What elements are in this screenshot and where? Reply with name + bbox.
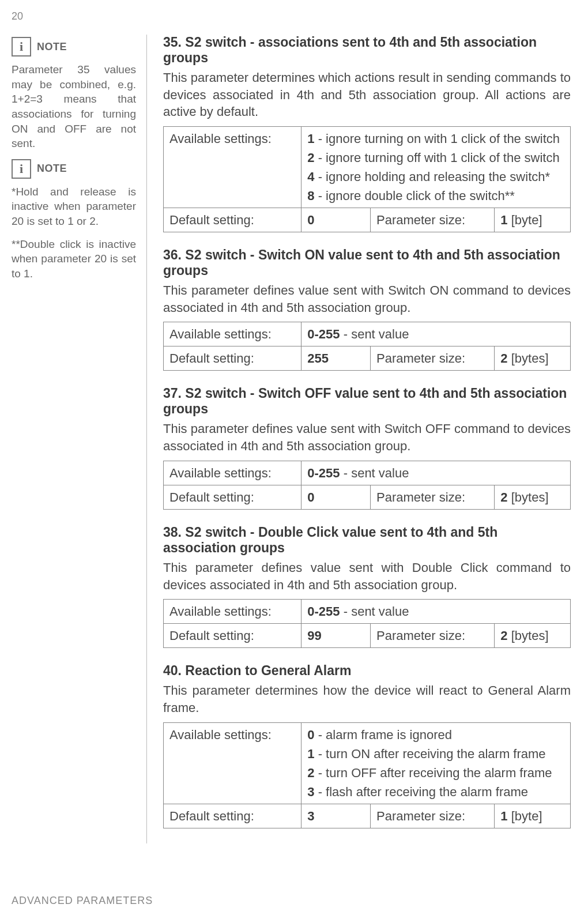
default-label: Default setting: [164,208,301,232]
section-40-desc: This parameter determines how the device… [163,682,571,716]
opt-bold: 8 [307,189,314,203]
avail-label: Available settings: [164,461,301,485]
avail-label: Available settings: [164,322,301,346]
table-row: Available settings: 0-255 - sent value [164,600,571,624]
main-column: 35. S2 switch - associations sent to 4th… [147,35,571,843]
table-row: Available settings: 0-255 - sent value [164,322,571,346]
avail-values: 0-255 - sent value [301,322,571,346]
psize-value: 2 [bytes] [495,346,571,371]
default-value: 3 [301,804,371,828]
note-label: NOTE [37,41,67,53]
default-value: 0 [301,485,371,509]
table-row: Available settings: 0 - alarm frame is i… [164,722,571,804]
section-38-desc: This parameter defines value sent with D… [163,559,571,593]
table-row: Default setting: 99 Parameter size: 2 [b… [164,624,571,648]
psize-label: Parameter size: [370,804,494,828]
note-header-2: i NOTE [12,159,136,179]
opt-bold: 4 [307,169,314,184]
avail-values: 0-255 - sent value [301,461,571,485]
opt-text: - turn ON after receiving the alarm fram… [315,747,546,761]
opt-text: - alarm frame is ignored [315,728,452,742]
psize-value: 1 [byte] [495,804,571,828]
default-label: Default setting: [164,804,301,828]
table-row: Available settings: 1 - ignore turning o… [164,127,571,208]
default-label: Default setting: [164,485,301,509]
psize-value: 2 [bytes] [495,624,571,648]
page-number: 20 [12,10,23,22]
table-row: Default setting: 255 Parameter size: 2 [… [164,346,571,371]
opt-bold: 2 [307,150,314,165]
table-row: Available settings: 0-255 - sent value [164,461,571,485]
opt-text: - turn OFF after receiving the alarm fra… [315,766,552,780]
section-36-title: 36. S2 switch - Switch ON value sent to … [163,247,571,278]
psize-label: Parameter size: [370,624,494,648]
table-row: Default setting: 3 Parameter size: 1 [by… [164,804,571,828]
section-40-title: 40. Reaction to General Alarm [163,663,571,679]
note-header-1: i NOTE [12,37,136,56]
psize-label: Parameter size: [370,208,494,232]
opt-text: - ignore holding and releasing the switc… [315,169,550,184]
default-label: Default setting: [164,624,301,648]
section-36-desc: This parameter defines value sent with S… [163,282,571,316]
side-note-1: Parameter 35 values may be combined, e.g… [12,62,136,151]
page-layout: i NOTE Parameter 35 values may be combin… [12,35,571,843]
avail-values: 0-255 - sent value [301,600,571,624]
default-label: Default setting: [164,346,301,371]
avail-values: 0 - alarm frame is ignored 1 - turn ON a… [301,722,571,804]
side-note-2b: **Double click is inactive when paramete… [12,237,136,281]
section-38-table: Available settings: 0-255 - sent value D… [163,599,571,648]
default-value: 99 [301,624,371,648]
side-note-2a: *Hold and release is inactive when param… [12,184,136,229]
section-37-desc: This parameter defines value sent with S… [163,420,571,454]
info-icon: i [12,159,31,179]
default-value: 0 [301,208,371,232]
table-row: Default setting: 0 Parameter size: 2 [by… [164,485,571,509]
section-40-table: Available settings: 0 - alarm frame is i… [163,722,571,828]
avail-values: 1 - ignore turning on with 1 click of th… [301,127,571,208]
avail-label: Available settings: [164,127,301,208]
opt-text: - ignore turning off with 1 click of the… [315,150,560,165]
default-value: 255 [301,346,371,371]
opt-bold: 1 [307,131,314,146]
avail-label: Available settings: [164,600,301,624]
opt-text: - ignore double click of the switch** [315,189,515,203]
info-icon: i [12,37,31,56]
section-37-table: Available settings: 0-255 - sent value D… [163,461,571,510]
side-column: i NOTE Parameter 35 values may be combin… [12,35,147,843]
section-35-desc: This parameter determines which actions … [163,69,571,120]
opt-bold: 3 [307,785,314,799]
opt-text: - flash after receiving the alarm frame [315,785,528,799]
footer-text: ADVANCED PARAMETERS [12,895,153,907]
section-36-table: Available settings: 0-255 - sent value D… [163,322,571,371]
section-35-title: 35. S2 switch - associations sent to 4th… [163,35,571,66]
note-label: NOTE [37,163,67,175]
psize-label: Parameter size: [370,485,494,509]
opt-bold: 2 [307,766,314,780]
section-35-table: Available settings: 1 - ignore turning o… [163,126,571,232]
opt-text: - ignore turning on with 1 click of the … [315,131,560,146]
section-37-title: 37. S2 switch - Switch OFF value sent to… [163,386,571,417]
psize-value: 1 [byte] [495,208,571,232]
table-row: Default setting: 0 Parameter size: 1 [by… [164,208,571,232]
avail-label: Available settings: [164,722,301,804]
opt-bold: 1 [307,747,314,761]
psize-value: 2 [bytes] [495,485,571,509]
psize-label: Parameter size: [370,346,494,371]
section-38-title: 38. S2 switch - Double Click value sent … [163,525,571,556]
opt-bold: 0 [307,728,314,742]
